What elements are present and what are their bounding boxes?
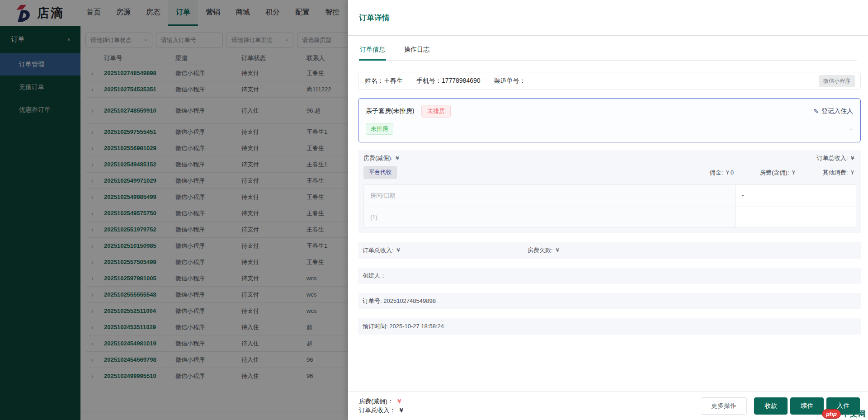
drawer-footer: 房费(减佣)：￥ 订单总收入：￥ 更多操作 收款 续住 入住 bbox=[348, 391, 868, 420]
order-no-strip: 订单号: 2025102748549898 bbox=[358, 293, 861, 309]
room-date-header: 房间/日期 bbox=[364, 185, 736, 207]
register-guest-label: 登记入住人 bbox=[821, 107, 853, 115]
more-actions-button[interactable]: 更多操作 bbox=[701, 397, 747, 415]
book-time-strip: 预订时间: 2025-10-27 18:58:24 bbox=[358, 318, 861, 335]
room-type-name: 亲子套房(未排房) bbox=[366, 107, 414, 115]
room-row-label: (1) bbox=[364, 207, 736, 227]
tab-order-info[interactable]: 订单信息 bbox=[359, 41, 386, 61]
footer-room-fee-value: ￥ bbox=[396, 398, 403, 405]
unassigned-tag-badge: 未排房 bbox=[366, 123, 393, 135]
register-guest-link[interactable]: ✎ 登记入住人 bbox=[813, 107, 853, 115]
room-table-data-row: (1) bbox=[364, 207, 856, 227]
room-fee-arrears: 房费欠款: ￥ bbox=[528, 246, 560, 255]
unassigned-status-badge: 未排房 bbox=[421, 105, 451, 118]
extend-stay-button[interactable]: 续住 bbox=[790, 397, 824, 415]
total-income-label: 订单总收入: ￥ bbox=[817, 154, 855, 162]
channel-no-label: 渠道单号： bbox=[494, 77, 525, 84]
pencil-icon: ✎ bbox=[813, 108, 819, 115]
footer-total-income-value: ￥ bbox=[398, 407, 405, 414]
footer-room-fee-label: 房费(减佣)： bbox=[359, 398, 394, 405]
collect-payment-button[interactable]: 收款 bbox=[754, 397, 788, 415]
book-time-text: 预订时间: 2025-10-27 18:58:24 bbox=[363, 322, 444, 330]
order-no-text: 订单号: 2025102748549898 bbox=[363, 297, 436, 305]
guest-name: 王春生 bbox=[384, 77, 403, 84]
watermark-php-logo: php bbox=[822, 409, 841, 419]
guest-info-card: 姓名：王春生 手机号：17778984690 渠道单号： 微信小程序 bbox=[358, 72, 861, 90]
app: 店滴 首页房源房态订单营销商城积分配置智控权限会员账号 订单 ∧ 订单管理充值订… bbox=[0, 0, 868, 420]
fee-section: 房费(减佣): ￥ 订单总收入: ￥ 平台代收 佣金: ￥0 房费(含佣): ￥… bbox=[358, 150, 861, 233]
room-card-row-1: 亲子套房(未排房) 未排房 ✎ 登记入住人 bbox=[366, 105, 853, 118]
room-date-table: 房间/日期 - (1) bbox=[363, 184, 856, 228]
php-cn-watermark: php 中文网 bbox=[822, 409, 866, 419]
room-table-header-row: 房间/日期 - bbox=[364, 185, 856, 207]
drawer-title: 订单详情 bbox=[359, 13, 390, 23]
other-consume-label: 其他消费: ￥ bbox=[823, 169, 855, 177]
room-date-header-value: - bbox=[736, 185, 856, 207]
room-card: 亲子套房(未排房) 未排房 ✎ 登记入住人 未排房 - bbox=[358, 98, 861, 142]
footer-total-income-label: 订单总收入： bbox=[359, 407, 396, 414]
drawer-header: 订单详情 bbox=[348, 0, 868, 36]
footer-summary: 房费(减佣)：￥ 订单总收入：￥ bbox=[359, 397, 405, 415]
commission-label: 佣金: ￥0 bbox=[709, 169, 733, 177]
platform-collect-badge: 平台代收 bbox=[363, 166, 397, 179]
room-fee-incl-label: 房费(含佣): ￥ bbox=[760, 169, 797, 177]
drawer-body: 姓名：王春生 手机号：17778984690 渠道单号： 微信小程序 亲子套房(… bbox=[348, 61, 868, 391]
order-detail-drawer: 订单详情 订单信息 操作日志 姓名：王春生 手机号：17778984690 渠道… bbox=[348, 0, 868, 420]
guest-phone: 17778984690 bbox=[442, 77, 481, 84]
income-arrears-strip: 订单总收入: ￥ 房费欠款: ￥ bbox=[358, 242, 861, 259]
fee-row-1: 房费(减佣): ￥ 订单总收入: ￥ bbox=[363, 154, 856, 162]
creator-strip: 创建人： bbox=[358, 268, 861, 284]
guest-phone-label: 手机号： bbox=[416, 77, 442, 84]
watermark-text: 中文网 bbox=[842, 409, 866, 419]
room-card-row-2: 未排房 - bbox=[366, 123, 853, 135]
creator-label: 创建人： bbox=[363, 272, 386, 280]
guest-name-label: 姓名： bbox=[365, 77, 384, 84]
fee-row-2: 平台代收 佣金: ￥0 房费(含佣): ￥ 其他消费: ￥ bbox=[363, 166, 856, 179]
room-fee-label: 房费(减佣): ￥ bbox=[363, 154, 400, 162]
room-value: - bbox=[850, 125, 853, 132]
order-total-income: 订单总收入: ￥ bbox=[363, 246, 528, 255]
channel-badge: 微信小程序 bbox=[819, 75, 855, 87]
guest-info-text: 姓名：王春生 手机号：17778984690 渠道单号： bbox=[365, 77, 537, 85]
drawer-tabs: 订单信息 操作日志 bbox=[359, 36, 857, 61]
tab-operation-log[interactable]: 操作日志 bbox=[403, 41, 430, 61]
room-row-value bbox=[736, 207, 856, 227]
